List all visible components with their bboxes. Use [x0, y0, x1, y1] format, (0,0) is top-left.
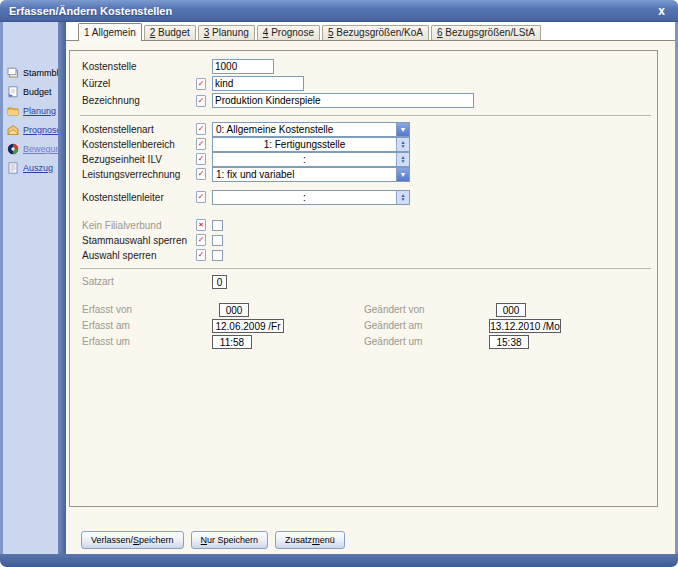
spinner-icon[interactable]: ▲▼	[396, 191, 409, 204]
erfasst-um-label: Erfasst um	[82, 336, 130, 347]
zusatzmenu-button[interactable]: Zusatzmenü	[275, 531, 345, 549]
meta-row-satzart: Satzart 0	[70, 275, 657, 290]
kostenstellenleiter-select[interactable]: : ▲▼	[212, 190, 410, 205]
kostenstellenbereich-label: Kostenstellenbereich	[82, 139, 196, 150]
tab-allgemein[interactable]: 1 Allgemein	[78, 23, 142, 41]
window-body: Stammblatt Budget Planung Prognose	[3, 22, 675, 554]
sidebar-item-prognose[interactable]: Prognose	[3, 123, 58, 137]
window-title: Erfassen/Ändern Kostenstellen	[9, 5, 172, 17]
field-row-bezugseinheit-ilv: Bezugseinheit ILV ✓ : ▲▼	[70, 152, 657, 166]
edit-check-icon: ✓	[196, 168, 206, 180]
spinner-icon[interactable]: ▲▼	[396, 138, 409, 151]
sidebar-item-label: Auszug	[23, 163, 53, 173]
nur-speichern-button[interactable]: Nur Speichern	[191, 531, 269, 549]
kostenstelle-label: Kostenstelle	[82, 61, 196, 72]
section-divider	[80, 268, 651, 269]
kein-filialverbund-label: Kein Filialverbund	[82, 220, 196, 231]
flag-row-kein-filialverbund: Kein Filialverbund ×	[70, 218, 657, 232]
sidebar-item-label: Prognose	[23, 125, 62, 135]
spinner-icon[interactable]: ▲▼	[396, 153, 409, 166]
field-row-kostenstellenart: Kostenstellenart ✓ 0: Allgemeine Kostens…	[70, 122, 657, 136]
geaendert-von-label: Geändert von	[364, 304, 425, 315]
prognose-envelope-icon	[7, 124, 19, 136]
geaendert-um-value: 15:38	[489, 335, 529, 349]
sidebar-item-planung[interactable]: Planung	[3, 104, 58, 118]
close-icon[interactable]: x	[654, 5, 669, 17]
meta-row-am: Erfasst am 12.06.2009 /Fr Geändert am 13…	[70, 319, 657, 334]
tab-planung[interactable]: 3 Planung	[198, 25, 255, 40]
edit-check-icon: ✓	[196, 191, 206, 203]
edit-check-icon: ✓	[196, 138, 206, 150]
kein-filialverbund-checkbox[interactable]	[212, 220, 223, 231]
kostenstelle-input[interactable]	[212, 59, 274, 74]
window-titlebar[interactable]: Erfassen/Ändern Kostenstellen x	[0, 0, 678, 22]
sidebar-item-auszug[interactable]: Auszug	[3, 161, 58, 175]
form-groupbox: Kostenstelle Kürzel ✓ Bezeichnung ✓	[69, 50, 658, 507]
geaendert-um-label: Geändert um	[364, 336, 422, 347]
erfasst-von-label: Erfasst von	[82, 304, 132, 315]
tab-panel-allgemein: Kostenstelle Kürzel ✓ Bezeichnung ✓	[66, 41, 675, 554]
main-area: 1 Allgemein 2 Budget 3 Planung 4 Prognos…	[66, 22, 675, 554]
flag-row-stammauswahl-sperren: Stammauswahl sperren ✓	[70, 233, 657, 247]
sidebar-item-bewegung[interactable]: Bewegung	[3, 142, 58, 156]
chevron-down-icon[interactable]: ▼	[396, 123, 409, 136]
bewegung-pie-icon	[7, 143, 19, 155]
tab-budget[interactable]: 2 Budget	[144, 25, 196, 40]
tab-bezugsgroessen-lsta[interactable]: 6 Bezugsgrößen/LStA	[431, 25, 541, 40]
sidebar-item-budget[interactable]: Budget	[3, 85, 58, 99]
erfasst-um-value: 11:58	[212, 335, 252, 349]
field-row-kostenstellenbereich: Kostenstellenbereich ✓ 1: Fertigungsstel…	[70, 137, 657, 151]
kostenstellenart-select[interactable]: 0: Allgemeine Kostenstelle ▼	[212, 122, 410, 137]
leistungsverrechnung-label: Leistungsverrechnung	[82, 169, 196, 180]
auswahl-sperren-checkbox[interactable]	[212, 250, 223, 261]
bezeichnung-input[interactable]	[212, 93, 474, 108]
planung-folder-icon	[7, 105, 19, 117]
geaendert-am-label: Geändert am	[364, 320, 422, 331]
kostenstellenbereich-select[interactable]: 1: Fertigungsstelle ▲▼	[212, 137, 410, 152]
kostenstellenart-label: Kostenstellenart	[82, 124, 196, 135]
leistungsverrechnung-select[interactable]: 1: fix und variabel ▼	[212, 167, 410, 182]
window-bottom-frame	[0, 554, 678, 567]
field-row-bezeichnung: Bezeichnung ✓	[70, 92, 657, 109]
meta-row-von: Erfasst von 000 Geändert von 000	[70, 303, 657, 318]
edit-cross-icon: ×	[196, 219, 206, 231]
tab-bezugsgroessen-koa[interactable]: 5 Bezugsgrößen/KoA	[322, 25, 429, 40]
verlassen-speichern-button[interactable]: Verlassen/Speichern	[81, 531, 184, 549]
bezugseinheit-ilv-select[interactable]: : ▲▼	[212, 152, 410, 167]
meta-row-um: Erfasst um 11:58 Geändert um 15:38	[70, 335, 657, 350]
field-row-kostenstellenleiter: Kostenstellenleiter ✓ : ▲▼	[70, 190, 657, 204]
auswahl-sperren-label: Auswahl sperren	[82, 250, 196, 261]
bezugseinheit-ilv-label: Bezugseinheit ILV	[82, 154, 196, 165]
stammauswahl-sperren-checkbox[interactable]	[212, 235, 223, 246]
sidebar-item-stammblatt[interactable]: Stammblatt	[3, 66, 58, 80]
tab-bar: 1 Allgemein 2 Budget 3 Planung 4 Prognos…	[66, 22, 675, 41]
sidebar-item-label: Planung	[23, 106, 56, 116]
stammauswahl-sperren-label: Stammauswahl sperren	[82, 235, 196, 246]
edit-check-icon: ✓	[196, 78, 206, 90]
kostenstellenleiter-label: Kostenstellenleiter	[82, 192, 196, 203]
chevron-down-icon[interactable]: ▼	[396, 168, 409, 181]
sidebar-divider	[58, 22, 66, 554]
geaendert-von-value: 000	[496, 303, 526, 317]
erfasst-von-value: 000	[219, 303, 249, 317]
button-row: Verlassen/Speichern Nur Speichern Zusatz…	[81, 531, 345, 549]
field-row-leistungsverrechnung: Leistungsverrechnung ✓ 1: fix und variab…	[70, 167, 657, 181]
erfasst-am-label: Erfasst am	[82, 320, 130, 331]
edit-check-icon: ✓	[196, 249, 206, 261]
field-row-kostenstelle: Kostenstelle	[70, 58, 657, 75]
field-row-kuerzel: Kürzel ✓	[70, 75, 657, 92]
edit-check-icon: ✓	[196, 234, 206, 246]
edit-check-icon: ✓	[196, 153, 206, 165]
satzart-label: Satzart	[82, 276, 114, 287]
tab-prognose[interactable]: 4 Prognose	[257, 25, 320, 40]
stammblatt-card-icon	[7, 67, 19, 79]
kuerzel-input[interactable]	[212, 76, 304, 91]
flag-row-auswahl-sperren: Auswahl sperren ✓	[70, 248, 657, 262]
satzart-value: 0	[212, 275, 227, 289]
app-window: Erfassen/Ändern Kostenstellen x Stammbla…	[0, 0, 678, 567]
budget-page-icon	[7, 86, 19, 98]
sidebar-item-label: Budget	[23, 87, 52, 97]
bezeichnung-label: Bezeichnung	[82, 95, 196, 106]
edit-check-icon: ✓	[196, 95, 206, 107]
geaendert-am-value: 13.12.2010 /Mo	[489, 319, 561, 333]
